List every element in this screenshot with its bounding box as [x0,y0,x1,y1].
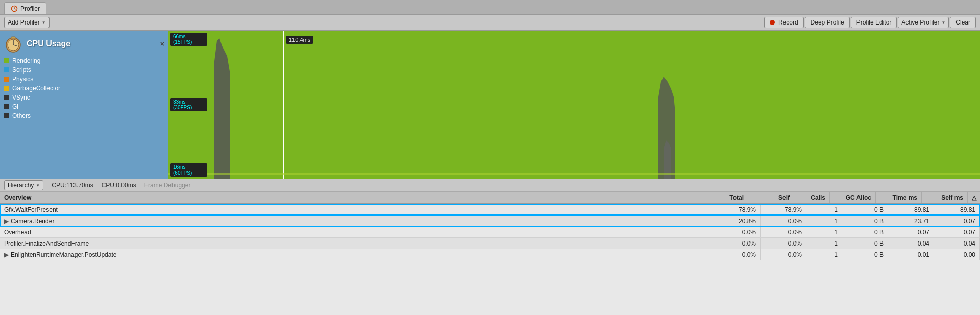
cell-overview: ▶ Camera.Render [0,215,709,226]
expand-arrow-icon: ▶ [4,217,9,225]
active-profiler-arrow-icon: ▼ [941,20,945,25]
legend-item-others: Others [4,111,164,120]
hierarchy-label: Hierarchy [8,182,34,189]
svg-line-2 [14,9,16,9]
col-header-sort[interactable]: △ [968,192,980,203]
col-calls-label: Calls [811,194,825,201]
cell-gc-alloc: 0 B [842,238,888,249]
expand-arrow-icon: ▶ [4,251,9,258]
table-row[interactable]: ▶ EnlightenRuntimeManager.PostUpdate0.0%… [0,249,980,260]
table-area: Overview Total Self Calls GC Alloc Time … [0,192,980,315]
bottom-highlight [168,173,980,175]
row-name: Gfx.WaitForPresent [4,206,58,213]
legend-item-label: Scripts [12,66,31,74]
cell-self-ms: 0.07 [934,215,980,226]
row-name: Profiler.FinalizeAndSendFrame [4,240,89,247]
cell-gc-alloc: 0 B [842,227,888,237]
svg-rect-7 [11,37,15,38]
legend-color-swatch [4,67,9,72]
legend-item-gi: Gi [4,102,164,111]
cpu-stat1: CPU:113.70ms [52,182,93,189]
row-name: Camera.Render [11,217,54,225]
frame-debugger-label[interactable]: Frame Debugger [144,182,191,189]
table-row[interactable]: Gfx.WaitForPresent78.9%78.9%10 B89.8189.… [0,204,980,215]
table-body: Gfx.WaitForPresent78.9%78.9%10 B89.8189.… [0,204,980,260]
col-header-total[interactable]: Total [697,192,748,203]
cell-gc-alloc: 0 B [842,249,888,260]
col-gc-alloc-label: GC Alloc [846,194,871,201]
main-content: CPU Usage × RenderingScriptsPhysicsGarba… [0,31,980,315]
hierarchy-dropdown[interactable]: Hierarchy ▼ [4,180,43,190]
legend-color-swatch [4,95,9,100]
cell-total: 78.9% [709,204,761,215]
cpu-usage-title: CPU Usage [4,35,70,53]
graph-labels: 66ms (15FPS) 33ms (30FPS) 16ms (60FPS) [168,31,209,179]
cell-time-ms: 0.01 [888,249,934,260]
col-header-time-ms[interactable]: Time ms [876,192,922,203]
cell-calls: 1 [806,204,842,215]
graph-canvas[interactable]: 66ms (15FPS) 33ms (30FPS) 16ms (60FPS) 1… [168,31,980,179]
record-circle-icon [770,20,775,25]
cell-overview: Gfx.WaitForPresent [0,204,709,215]
cell-time-ms: 23.71 [888,215,934,226]
cell-overview: ▶ EnlightenRuntimeManager.PostUpdate [0,249,709,260]
fps-label-60: 16ms (60FPS) [170,163,207,177]
cell-calls: 1 [806,238,842,249]
add-profiler-arrow-icon: ▼ [42,20,46,25]
legend-item-label: Physics [12,76,33,83]
profile-editor-label: Profile Editor [856,19,892,26]
main-toolbar: Add Profiler ▼ Record Deep Profile Profi… [0,14,980,31]
cell-self: 0.0% [761,215,806,226]
col-header-self[interactable]: Self [748,192,794,203]
cell-total: 20.8% [709,215,761,226]
legend-items: RenderingScriptsPhysicsGarbageCollectorV… [4,56,164,120]
cell-overview: Profiler.FinalizeAndSendFrame [0,238,709,249]
stopwatch-icon [4,35,22,53]
legend-item-vsync: VSync [4,93,164,102]
graph-close-button[interactable]: × [160,40,164,48]
cell-calls: 1 [806,249,842,260]
fps-label-30: 33ms (30FPS) [170,98,207,111]
spike-left [214,38,230,179]
legend-item-label: GarbageCollector [12,85,60,92]
add-profiler-label: Add Profiler [8,19,40,26]
col-header-overview[interactable]: Overview [0,192,697,203]
row-name: Overhead [4,229,31,236]
cell-time-ms: 0.04 [888,238,934,249]
cell-self-ms: 0.07 [934,227,980,237]
legend-item-scripts: Scripts [4,65,164,75]
profiler-window: Profiler Add Profiler ▼ Record Deep Prof… [0,0,980,315]
profiler-tab[interactable]: Profiler [4,2,46,14]
legend-item-label: VSync [12,94,30,101]
legend-panel: CPU Usage × RenderingScriptsPhysicsGarba… [0,31,168,179]
deep-profile-label: Deep Profile [811,19,844,26]
toolbar-left: Add Profiler ▼ [4,17,50,28]
profiler-tab-label: Profiler [20,5,40,12]
add-profiler-dropdown[interactable]: Add Profiler ▼ [4,17,50,28]
cell-self-ms: 0.04 [934,238,980,249]
profile-editor-button[interactable]: Profile Editor [851,17,897,28]
cell-calls: 1 [806,215,842,226]
cell-self: 0.0% [761,249,806,260]
table-row[interactable]: Profiler.FinalizeAndSendFrame0.0%0.0%10 … [0,238,980,249]
graph-area: CPU Usage × RenderingScriptsPhysicsGarba… [0,31,980,179]
col-header-gc-alloc[interactable]: GC Alloc [830,192,876,203]
deep-profile-button[interactable]: Deep Profile [805,17,850,28]
clear-button[interactable]: Clear [950,17,976,28]
table-row[interactable]: Overhead0.0%0.0%10 B0.070.07 [0,227,980,238]
legend-item-label: Others [12,112,31,119]
table-header: Overview Total Self Calls GC Alloc Time … [0,192,980,204]
record-button[interactable]: Record [764,17,804,28]
col-header-calls[interactable]: Calls [794,192,830,203]
col-header-self-ms[interactable]: Self ms [922,192,968,203]
active-profiler-dropdown[interactable]: Active Profiler ▼ [898,17,949,28]
toolbar-right: Record Deep Profile Profile Editor Activ… [764,17,976,28]
legend-title-row: CPU Usage × [4,35,164,53]
hierarchy-arrow-icon: ▼ [36,183,40,188]
clear-label: Clear [955,19,970,26]
cell-self: 0.0% [761,227,806,237]
legend-color-swatch [4,104,9,109]
table-row[interactable]: ▶ Camera.Render20.8%0.0%10 B23.710.07 [0,215,980,227]
cell-total: 0.0% [709,249,761,260]
cpu-stat2: CPU:0.00ms [102,182,136,189]
